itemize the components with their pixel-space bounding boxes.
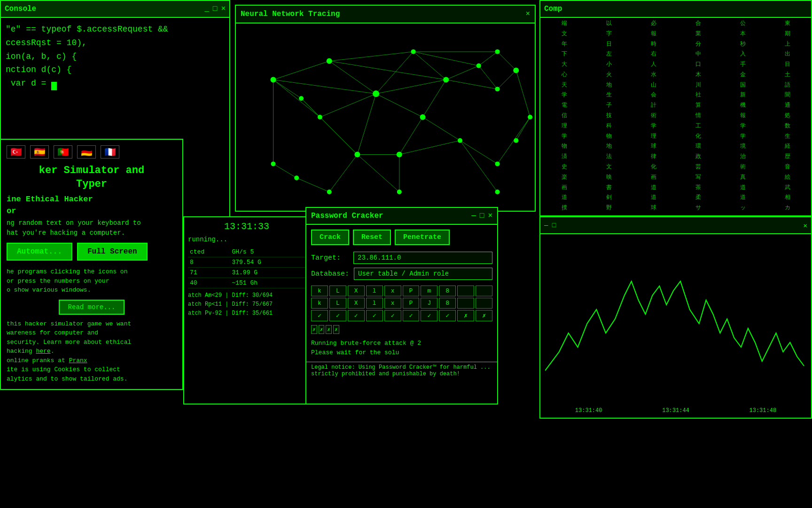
m80: 法 <box>587 153 631 162</box>
reset-button[interactable]: Reset <box>353 230 391 245</box>
flag-spain[interactable]: 🇪🇸 <box>30 145 49 159</box>
m34: 木 <box>676 71 720 80</box>
m79: 済 <box>542 153 586 162</box>
cell-r3c6: ✓ <box>403 310 420 321</box>
flags-row: 🇹🇷 🇪🇸 🇵🇹 🇩🇪 🇫🇷 <box>7 145 177 159</box>
m49: 電 <box>542 102 586 111</box>
desc1: ng random text on your keyboard tohat yo… <box>7 218 177 238</box>
here-link[interactable]: here <box>36 348 50 355</box>
fullscreen-button[interactable]: Full Screen <box>77 243 148 261</box>
svg-point-37 <box>271 77 276 83</box>
cell-r3c2: ✓ <box>329 310 346 321</box>
svg-line-12 <box>414 52 446 80</box>
crack-button[interactable]: Crack <box>311 230 349 245</box>
cell-r1c2: L <box>329 286 346 296</box>
console-close-button[interactable]: × <box>221 5 226 13</box>
svg-point-39 <box>318 115 322 119</box>
m87: 化 <box>632 163 675 173</box>
m88: 芸 <box>676 163 720 173</box>
mining-content: 13:31:33 running... cted GH/s 5 8 379.54… <box>184 217 309 322</box>
cell-r1c1: k <box>311 286 328 296</box>
m39: 山 <box>632 81 675 91</box>
pw-close-button[interactable]: × <box>488 212 492 220</box>
m86: 文 <box>587 163 631 173</box>
cell-r1c9 <box>457 286 474 296</box>
pw-maximize-button[interactable]: □ <box>480 212 484 220</box>
m33: 水 <box>632 71 675 80</box>
mining-status: running... <box>188 236 305 243</box>
m77: 境 <box>721 143 765 152</box>
svg-line-10 <box>376 94 422 117</box>
automate-button[interactable]: Automat... <box>7 243 72 261</box>
m108: 相 <box>765 194 809 203</box>
mining-panel: 13:31:33 running... cted GH/s 5 8 379.54… <box>183 216 310 405</box>
cell-r2c1: k <box>311 298 328 309</box>
cell-r2c7: J <box>421 298 437 309</box>
m35: 金 <box>721 71 765 80</box>
console-controls: _ □ × <box>204 5 226 13</box>
chart-content: 13:31:40 13:31:44 13:31:48 <box>540 234 811 418</box>
chart-controls-right: ✕ <box>804 222 807 230</box>
m106: 柔 <box>676 194 720 203</box>
m64: 工 <box>676 122 720 132</box>
m15: 時 <box>632 40 675 50</box>
m101: 道 <box>721 184 765 193</box>
pw-minimize-button[interactable]: — <box>471 212 476 220</box>
target-input[interactable] <box>353 252 492 264</box>
m5: 公 <box>721 20 765 29</box>
m38: 地 <box>587 81 631 91</box>
subtitle1: ine Ethical Hacker <box>7 195 177 204</box>
target-label: Target: <box>311 254 349 262</box>
m65: 学 <box>721 122 765 132</box>
m57: 術 <box>632 112 675 121</box>
cursor <box>51 82 57 90</box>
flag-germany[interactable]: 🇩🇪 <box>77 145 96 159</box>
chart-time-1: 13:31:40 <box>575 407 602 414</box>
console-line-1: "e" == typeof $.accessRequest && <box>6 23 225 36</box>
svg-line-22 <box>423 117 461 141</box>
read-more-button[interactable]: Read more... <box>59 300 125 315</box>
m36: 土 <box>765 71 809 80</box>
svg-line-36 <box>301 98 357 154</box>
m27: 人 <box>632 61 675 70</box>
mining-table: cted GH/s 5 8 379.54 G 71 31.99 G 40 ~15… <box>188 247 305 288</box>
chart-titlebar: — □ ✕ <box>540 217 811 234</box>
m69: 理 <box>632 133 675 142</box>
cell-r1c4: l <box>366 286 383 296</box>
penetrate-button[interactable]: Penetrate <box>395 230 450 245</box>
m78: 経 <box>765 143 809 152</box>
m23: 入 <box>721 50 765 60</box>
m4: 合 <box>676 20 720 29</box>
m37: 天 <box>542 81 586 91</box>
svg-line-21 <box>498 71 516 89</box>
svg-line-32 <box>273 164 297 178</box>
m48: 聞 <box>765 91 809 101</box>
m111: 球 <box>632 204 675 214</box>
cell-r3c10: ✗ <box>476 310 492 321</box>
cell-r3c9: ✗ <box>457 310 474 321</box>
pranx-link[interactable]: Pranx <box>69 357 87 364</box>
neural-title: Neural Network Tracing <box>241 10 340 18</box>
svg-line-19 <box>479 66 498 89</box>
svg-point-51 <box>327 190 332 194</box>
cell-r1c7: m <box>421 286 437 296</box>
cell-r2c5: x <box>384 298 401 309</box>
flag-turkey[interactable]: 🇹🇷 <box>7 145 25 159</box>
flag-france[interactable]: 🇫🇷 <box>101 145 119 159</box>
matrix-content: 端以必合公東 文字報業本期 年日時分秒上 下左右中入出 大小人口手目 心火水木金… <box>540 18 811 215</box>
m24: 出 <box>765 50 809 60</box>
m95: 真 <box>721 174 765 183</box>
cookie-text: ite is using Cookies to collect alytics … <box>7 365 177 383</box>
svg-line-61 <box>516 117 530 141</box>
m71: 学 <box>721 133 765 142</box>
console-maximize-button[interactable]: □ <box>213 5 218 13</box>
database-input[interactable] <box>354 268 492 280</box>
mining-id-2: 71 <box>188 268 230 278</box>
mining-id-1: 8 <box>188 257 230 268</box>
m44: 生 <box>587 91 631 101</box>
m53: 機 <box>721 102 765 111</box>
console-minimize-button[interactable]: _ <box>204 5 209 13</box>
flag-portugal[interactable]: 🇵🇹 <box>54 145 72 159</box>
neural-close-button[interactable]: × <box>525 10 530 18</box>
m10: 業 <box>676 30 720 40</box>
